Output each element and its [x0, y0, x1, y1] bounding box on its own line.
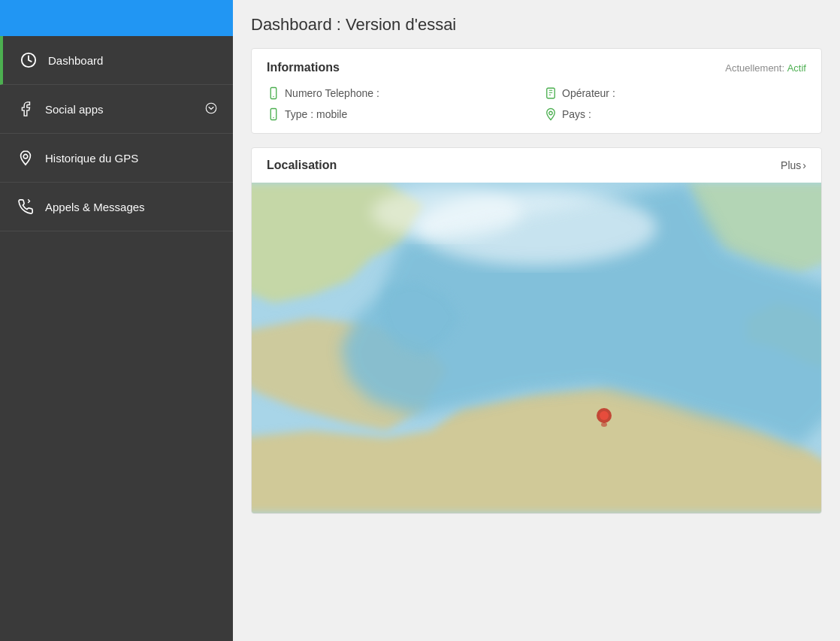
operateur-label: Opérateur : — [562, 87, 615, 99]
status-value: Actif — [787, 62, 806, 74]
main-content: Dashboard : Version d'essai Informations… — [233, 0, 840, 641]
info-grid: Numero Telephone : Opérateur : — [267, 86, 806, 121]
localisation-title: Localisation — [267, 159, 337, 172]
pays-icon — [544, 107, 557, 121]
sidebar-item-label: Appels & Messages — [45, 201, 145, 213]
svg-point-14 — [600, 411, 609, 420]
map-svg — [252, 183, 821, 513]
svg-rect-5 — [547, 88, 555, 98]
svg-point-2 — [23, 154, 28, 159]
sidebar-item-dashboard[interactable]: Dashboard — [0, 36, 233, 85]
informations-title: Informations — [267, 61, 340, 74]
map-container — [252, 183, 821, 513]
sidebar-item-appels-messages[interactable]: Appels & Messages — [0, 183, 233, 231]
sidebar-item-label: Social apps — [45, 103, 104, 116]
pays-label: Pays : — [562, 108, 591, 120]
phone-device-icon — [267, 86, 280, 100]
chevron-down-icon — [204, 101, 218, 117]
sidebar: Dashboard Social apps Historique du GPS — [0, 0, 233, 641]
clock-icon — [18, 50, 39, 71]
page-title: Dashboard : Version d'essai — [251, 15, 822, 35]
facebook-icon — [15, 98, 36, 119]
sidebar-item-social-apps[interactable]: Social apps — [0, 85, 233, 134]
operateur-item: Opérateur : — [544, 86, 806, 100]
status-text: Actuellement: Actif — [725, 62, 806, 74]
sidebar-item-historique-gps[interactable]: Historique du GPS — [0, 134, 233, 183]
informations-header: Informations Actuellement: Actif — [267, 61, 806, 74]
informations-card: Informations Actuellement: Actif Numero … — [251, 48, 822, 134]
localisation-header: Localisation Plus › — [252, 148, 821, 183]
type-label: Type : mobile — [285, 108, 347, 120]
localisation-card: Localisation Plus › — [251, 147, 822, 514]
sidebar-item-label: Dashboard — [48, 54, 103, 67]
numero-telephone-item: Numero Telephone : — [267, 86, 529, 100]
type-item: Type : mobile — [267, 107, 529, 121]
phone-icon — [15, 196, 36, 217]
svg-point-17 — [371, 186, 521, 239]
operator-icon — [544, 86, 557, 100]
type-icon — [267, 107, 280, 121]
sidebar-item-label: Historique du GPS — [45, 152, 138, 165]
pays-item: Pays : — [544, 107, 806, 121]
svg-point-1 — [206, 103, 216, 113]
svg-point-15 — [601, 422, 607, 427]
sidebar-top-bar — [0, 0, 233, 36]
plus-link[interactable]: Plus › — [781, 159, 806, 171]
location-icon — [15, 147, 36, 168]
numero-telephone-label: Numero Telephone : — [285, 87, 379, 99]
svg-point-11 — [549, 111, 553, 115]
